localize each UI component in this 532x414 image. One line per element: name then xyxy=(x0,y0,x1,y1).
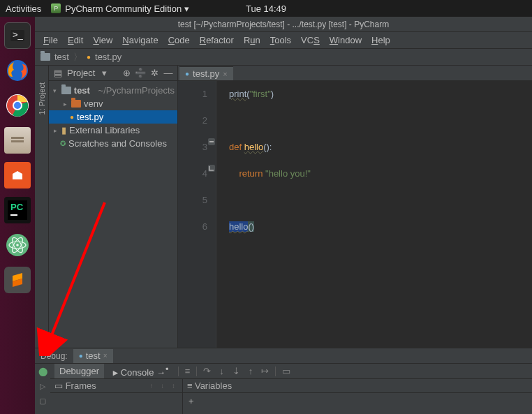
debug-side-buttons: ⬤ ▷ ▢ xyxy=(35,364,50,414)
pycharm-window: test [~/PycharmProjects/test] - .../test… xyxy=(35,17,532,414)
evaluate-icon[interactable]: ▭ xyxy=(280,366,293,376)
project-tree[interactable]: ▾ test ~/PycharmProjects ▸ venv ● test.p… xyxy=(49,81,177,348)
frames-nav[interactable]: ↑ ↓ ↕ xyxy=(149,382,178,390)
stop-icon[interactable]: ▢ xyxy=(39,397,46,406)
svg-rect-7 xyxy=(11,137,24,139)
app-indicator[interactable]: P PyCharm Community Edition ▾ xyxy=(51,3,189,14)
project-tool-window: ▤ Project ▾ ⊕ ➗ ✲ — ▾ test ~/PycharmProj… xyxy=(49,66,178,348)
code-area[interactable]: print("first") def hello(): return "hell… xyxy=(216,81,532,348)
activities-button[interactable]: Activities xyxy=(6,3,41,14)
breadcrumb-project[interactable]: test xyxy=(54,52,69,62)
step-out-icon[interactable]: ↑ xyxy=(246,366,256,376)
variables-icon: ≡ xyxy=(187,380,193,391)
gear-icon[interactable]: ✲ xyxy=(149,68,159,78)
debugger-tab[interactable]: Debugger xyxy=(54,364,104,378)
console-tab[interactable]: ▸ Console →• xyxy=(108,362,174,380)
debug-label: Debug: xyxy=(35,351,73,361)
menu-navigate[interactable]: Navigate xyxy=(118,34,162,47)
menu-edit[interactable]: Edit xyxy=(64,34,87,47)
step-into-icon[interactable]: ↓ xyxy=(217,366,226,376)
firefox-icon[interactable] xyxy=(4,57,31,84)
frames-icon: ▭ xyxy=(54,380,63,391)
clock[interactable]: Tue 14:49 xyxy=(246,3,286,14)
dropdown-icon[interactable]: ▾ xyxy=(99,68,109,78)
python-file-icon: ● xyxy=(185,70,189,77)
svg-rect-11 xyxy=(10,214,17,216)
menu-help[interactable]: Help xyxy=(367,34,394,47)
locate-icon[interactable]: ➗ xyxy=(135,68,145,78)
resume-icon[interactable]: ▷ xyxy=(40,382,45,391)
editor-area: ● test.py × 1 2 3 4 5 6 print("first") d… xyxy=(178,66,532,348)
threads-icon[interactable]: ≡ xyxy=(183,366,193,376)
menu-vcs[interactable]: VCS xyxy=(297,34,324,47)
ubuntu-dock: >_ PC xyxy=(0,17,35,414)
debug-run-config-tab[interactable]: ● test × xyxy=(73,349,113,363)
svg-point-16 xyxy=(16,244,19,246)
editor-tab-testpy[interactable]: ● test.py × xyxy=(179,66,233,80)
close-icon[interactable]: × xyxy=(103,352,108,360)
menu-code[interactable]: Code xyxy=(164,34,194,47)
left-tool-strip: 1: Project xyxy=(35,66,49,348)
pycharm-app-icon[interactable]: PC xyxy=(4,197,31,223)
tree-scratches[interactable]: ✪ Scratches and Consoles xyxy=(49,137,177,150)
nav-bar: test 〉 ● test.py xyxy=(35,49,532,66)
run-to-cursor-icon[interactable]: ↦ xyxy=(259,366,271,376)
menu-bar: File Edit View Navigate Code Refactor Ru… xyxy=(35,32,532,49)
menu-refactor[interactable]: Refactor xyxy=(195,34,238,47)
editor-gutter[interactable]: 1 2 3 4 5 6 xyxy=(178,81,216,348)
python-icon: ● xyxy=(79,352,83,360)
svg-text:>_: >_ xyxy=(13,30,24,40)
menu-file[interactable]: File xyxy=(39,34,62,47)
folder-icon xyxy=(61,87,71,94)
svg-text:PC: PC xyxy=(10,202,24,212)
venv-folder-icon xyxy=(71,100,81,108)
frames-title: Frames xyxy=(66,380,96,391)
software-icon[interactable] xyxy=(4,162,31,188)
files-icon[interactable] xyxy=(4,127,31,154)
tree-ext-libs[interactable]: ▸▮ External Libraries xyxy=(49,124,177,137)
window-title: test [~/PycharmProjects/test] - .../test… xyxy=(35,17,532,32)
chrome-icon[interactable] xyxy=(4,92,31,119)
atom-icon[interactable] xyxy=(4,232,31,258)
collapse-icon[interactable]: ⊕ xyxy=(121,68,131,78)
svg-rect-18 xyxy=(209,141,214,142)
debug-tool-window: Debug: ● test × ⬤ ▷ ▢ Debugger ▸ Console… xyxy=(35,348,532,414)
tree-root[interactable]: ▾ test ~/PycharmProjects xyxy=(49,84,177,97)
bug-icon[interactable]: ⬤ xyxy=(38,367,47,376)
step-into-my-icon[interactable]: ⇣ xyxy=(230,366,242,376)
library-icon: ▮ xyxy=(61,125,66,135)
sublime-icon[interactable] xyxy=(4,267,31,293)
code-editor[interactable]: 1 2 3 4 5 6 print("first") def hello(): … xyxy=(178,81,532,348)
tree-file-testpy[interactable]: ● test.py xyxy=(49,110,177,124)
variables-panel: ≡ Variables + xyxy=(183,379,532,414)
variables-title: Variables xyxy=(195,380,232,391)
fold-minus-icon[interactable] xyxy=(208,138,215,145)
svg-point-6 xyxy=(14,102,21,109)
fold-end-icon[interactable] xyxy=(208,165,215,172)
python-file-icon: ● xyxy=(70,113,74,121)
tree-venv[interactable]: ▸ venv xyxy=(49,97,177,110)
python-file-icon: ● xyxy=(87,53,91,61)
menu-view[interactable]: View xyxy=(89,34,117,47)
ubuntu-top-bar: Activities P PyCharm Community Edition ▾… xyxy=(0,0,532,17)
close-icon[interactable]: × xyxy=(223,70,227,78)
add-watch-button[interactable]: + xyxy=(183,393,532,409)
svg-rect-8 xyxy=(11,140,24,142)
folder-icon xyxy=(40,53,50,61)
step-over-icon[interactable]: ↷ xyxy=(201,366,213,376)
pycharm-logo-icon: P xyxy=(51,3,61,13)
project-view-icon: ▤ xyxy=(53,68,63,78)
debug-toolbar: Debugger ▸ Console →• ≡ ↷ ↓ ⇣ ↑ ↦ ▭ xyxy=(50,364,532,379)
menu-run[interactable]: Run xyxy=(239,34,265,47)
hide-icon[interactable]: — xyxy=(163,68,173,78)
terminal-icon[interactable]: >_ xyxy=(4,22,31,49)
breadcrumb-file[interactable]: test.py xyxy=(95,52,121,62)
menu-tools[interactable]: Tools xyxy=(266,34,295,47)
menu-window[interactable]: Window xyxy=(325,34,366,47)
project-tool-button[interactable]: 1: Project xyxy=(36,80,47,117)
frames-panel: ▭ Frames ↑ ↓ ↕ xyxy=(50,379,183,414)
scratches-icon: ✪ xyxy=(60,140,66,147)
project-view-title[interactable]: Project xyxy=(67,68,95,78)
